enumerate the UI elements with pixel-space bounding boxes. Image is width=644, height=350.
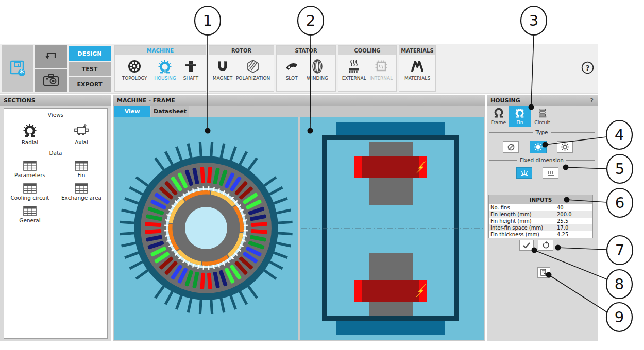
sidebar-item-exchange-area[interactable]: Exchange area [56,183,107,201]
svg-text:2: 2 [306,12,315,29]
input-value[interactable]: 4.25 [555,231,593,238]
sidebar-item-parameters[interactable]: Parameters [4,161,56,178]
ribbon-item-shaft[interactable]: SHAFT [183,59,198,81]
data-divider: Data [9,150,102,156]
inputs-row: No. fins40 [489,204,593,212]
inputs-row: Fin thickness (mm)4.25 [489,231,593,238]
export-data-button[interactable] [537,267,550,278]
ribbon-group-machine: MACHINE TOPOLOGY [114,45,206,92]
item-label: POLARIZATION [236,76,270,81]
group-title: MACHINE [115,46,206,55]
sections-panel-title: SECTIONS [0,95,111,106]
export-doc-icon [540,269,548,276]
tab-frame[interactable]: Frame [488,106,509,127]
group-title: MATERIALS [399,46,435,55]
sections-box: Views [4,108,108,339]
sidebar-item-label: Axial [75,139,88,145]
svg-text:3: 3 [529,12,538,29]
ribbon-item-topology[interactable]: TOPOLOGY [122,59,147,81]
slot-icon [284,59,299,74]
panel-divider [488,261,594,261]
save-button[interactable]: * [2,45,33,92]
ribbon-item-magnet[interactable]: MAGNET [213,59,233,81]
housing-title-text: HOUSING [490,97,520,104]
check-icon [522,242,531,249]
tab-export[interactable]: EXPORT [69,77,111,92]
item-label: SHAFT [183,76,198,81]
input-value[interactable]: 25.5 [555,218,593,224]
view-tabstrip: View Datasheet [113,106,485,117]
radial-view-icon [22,122,38,138]
frame-tab-icon [493,107,504,118]
item-label: INTERNAL [370,76,393,81]
spoke-fins-icon [560,142,570,152]
table-icon [23,161,37,171]
ribbon-item-slot[interactable]: SLOT [284,59,299,81]
no-fins-icon [506,143,516,152]
ribbon-group-rotor: ROTOR MAGNET [209,45,274,92]
table-icon [23,183,37,194]
input-label: Inter-fin space (mm) [489,224,555,231]
inputs-table: INPUTS No. fins40Fin length (mm)200.0Fin… [488,195,593,238]
type-divider: Type [489,129,595,135]
tab-datasheet[interactable]: Datasheet [151,106,189,117]
tab-fin[interactable]: Fin [509,106,531,127]
app-window: * DESIGN TEST EXPORT MACHINE [0,0,644,350]
undo-button[interactable] [35,45,67,68]
radial-fins-icon [533,142,543,152]
sections-panel: SECTIONS Views [0,95,111,341]
input-value[interactable]: 17.0 [555,224,593,231]
ribbon-item-winding[interactable]: WINDING [307,59,328,81]
camera-icon [42,73,60,88]
ribbon-item-housing[interactable]: HOUSING [154,59,176,81]
sidebar-item-cooling-circuit[interactable]: Cooling circuit [4,183,56,201]
fixed-dim-thickness-button[interactable] [543,167,558,179]
sidebar-item-radial[interactable]: Radial [4,122,56,145]
ribbon: * DESIGN TEST EXPORT MACHINE [0,44,598,94]
tab-label: Frame [491,119,506,125]
screenshot-button[interactable] [35,69,67,92]
fixed-dimension-divider: Fixed dimension [489,157,595,163]
sidebar-item-fin[interactable]: Fin [56,161,107,178]
fin-type-radial-button[interactable] [530,141,547,153]
item-label: MAGNET [213,76,233,81]
reset-button[interactable] [538,240,553,251]
item-label: EXTERNAL [342,76,366,81]
fin-type-spoke-button[interactable] [557,141,573,153]
axial-view[interactable] [300,117,484,340]
item-label: TOPOLOGY [122,76,147,81]
apply-button[interactable] [519,240,534,251]
sidebar-item-axial[interactable]: Axial [56,122,107,145]
external-cooling-icon [346,59,362,74]
fin-comb-icon [546,169,555,177]
tab-test[interactable]: TEST [69,62,111,76]
tab-view[interactable]: View [114,106,150,117]
reset-icon [542,241,550,249]
shaft-icon [183,59,198,74]
ribbon-item-polarization[interactable]: POLARIZATION [236,59,270,81]
input-value[interactable]: 40 [555,204,593,212]
sidebar-item-general[interactable]: General [4,206,56,223]
materials-icon [410,59,425,74]
ribbon-item-external[interactable]: EXTERNAL [342,59,366,81]
input-value[interactable]: 200.0 [555,211,593,218]
tab-circuit[interactable]: Circuit [531,106,554,127]
housing-help-icon[interactable]: ? [590,97,594,104]
tab-label: Fin [516,119,523,125]
table-icon [23,206,37,216]
circuit-tab-icon [537,107,548,118]
axial-machine-drawing [300,117,484,340]
svg-text:1: 1 [203,12,212,29]
sidebar-item-label: Radial [22,139,38,145]
radial-view[interactable] [114,117,298,340]
help-icon[interactable]: ? [581,61,594,74]
tab-design[interactable]: DESIGN [69,46,111,61]
fixed-dim-space-button[interactable] [516,167,532,179]
ribbon-item-materials[interactable]: MATERIALS [404,59,430,81]
svg-text:5: 5 [615,160,624,178]
sidebar-item-label: Fin [78,172,86,178]
item-label: MATERIALS [404,76,430,81]
table-icon [75,183,88,194]
fin-type-none-button[interactable] [503,141,519,153]
inputs-header: INPUTS [489,195,593,204]
